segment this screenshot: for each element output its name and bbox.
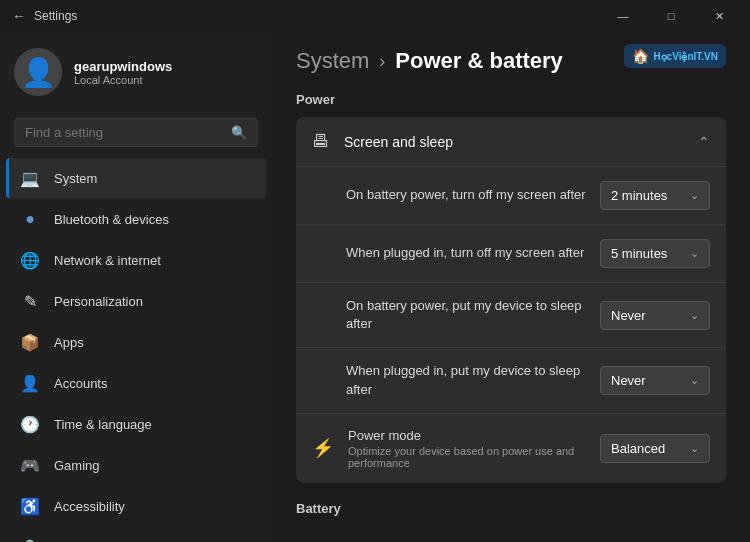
maximize-button[interactable]: □ xyxy=(648,0,694,32)
plugged-sleep-dropdown[interactable]: Never ⌄ xyxy=(600,366,710,395)
sidebar-item-gaming[interactable]: 🎮 Gaming xyxy=(6,445,266,485)
setting-control: Never ⌄ xyxy=(600,366,710,395)
power-section-label: Power xyxy=(296,92,726,107)
battery-screen-dropdown[interactable]: 2 minutes ⌄ xyxy=(600,181,710,210)
breadcrumb-parent: System xyxy=(296,48,369,74)
setting-row-battery-screen: On battery power, turn off my screen aft… xyxy=(296,166,726,224)
personalization-icon: ✎ xyxy=(20,291,40,311)
sidebar-item-network[interactable]: 🌐 Network & internet xyxy=(6,240,266,280)
sidebar-item-label: Accessibility xyxy=(54,499,125,514)
privacy-icon: 🔒 xyxy=(20,537,40,542)
sidebar-item-privacy[interactable]: 🔒 Privacy & security xyxy=(6,527,266,542)
setting-label: On battery power, turn off my screen aft… xyxy=(346,186,586,204)
network-icon: 🌐 xyxy=(20,250,40,270)
sidebar-item-label: System xyxy=(54,171,97,186)
system-icon: 💻 xyxy=(20,168,40,188)
setting-control: 2 minutes ⌄ xyxy=(600,181,710,210)
screen-sleep-card: 🖶 Screen and sleep ⌃ On battery power, t… xyxy=(296,117,726,483)
breadcrumb-separator: › xyxy=(379,51,385,72)
user-profile: 👤 gearupwindows Local Account xyxy=(0,32,272,112)
app-body: 👤 gearupwindows Local Account 🔍 💻 System… xyxy=(0,32,750,542)
dropdown-value: 5 minutes xyxy=(611,246,680,261)
watermark: 🏠 HọcViệnIT.VN xyxy=(624,44,726,68)
sidebar-item-apps[interactable]: 📦 Apps xyxy=(6,322,266,362)
bluetooth-icon: ● xyxy=(20,209,40,229)
avatar: 👤 xyxy=(14,48,62,96)
chevron-down-icon: ⌄ xyxy=(690,189,699,202)
screen-sleep-title: Screen and sleep xyxy=(344,134,684,150)
power-mode-text: Power mode Optimize your device based on… xyxy=(348,428,600,469)
chevron-down-icon: ⌄ xyxy=(690,309,699,322)
setting-control: 5 minutes ⌄ xyxy=(600,239,710,268)
setting-label: On battery power, put my device to sleep… xyxy=(346,297,600,333)
sidebar-item-label: Network & internet xyxy=(54,253,161,268)
minimize-button[interactable]: — xyxy=(600,0,646,32)
dropdown-value: Balanced xyxy=(611,441,680,456)
titlebar-controls: — □ ✕ xyxy=(600,0,742,32)
sidebar-item-bluetooth[interactable]: ● Bluetooth & devices xyxy=(6,199,266,239)
sidebar-item-label: Apps xyxy=(54,335,84,350)
chevron-down-icon: ⌄ xyxy=(690,374,699,387)
sidebar-item-accounts[interactable]: 👤 Accounts xyxy=(6,363,266,403)
breadcrumb-current: Power & battery xyxy=(395,48,563,74)
dropdown-value: Never xyxy=(611,373,680,388)
breadcrumb: System › Power & battery 🏠 HọcViệnIT.VN xyxy=(296,48,726,74)
setting-row-plugged-sleep: When plugged in, put my device to sleep … xyxy=(296,347,726,412)
titlebar-title: Settings xyxy=(34,9,77,23)
sidebar-nav: 💻 System ● Bluetooth & devices 🌐 Network… xyxy=(0,157,272,542)
screen-icon: 🖶 xyxy=(312,131,330,152)
search-icon: 🔍 xyxy=(231,125,247,140)
sidebar-item-label: Personalization xyxy=(54,294,143,309)
sidebar: 👤 gearupwindows Local Account 🔍 💻 System… xyxy=(0,32,272,542)
dropdown-value: Never xyxy=(611,308,680,323)
power-mode-description: Optimize your device based on power use … xyxy=(348,445,600,469)
user-type: Local Account xyxy=(74,74,172,86)
chevron-down-icon: ⌄ xyxy=(690,247,699,260)
close-button[interactable]: ✕ xyxy=(696,0,742,32)
username: gearupwindows xyxy=(74,59,172,74)
setting-label: When plugged in, put my device to sleep … xyxy=(346,362,600,398)
time-icon: 🕐 xyxy=(20,414,40,434)
apps-icon: 📦 xyxy=(20,332,40,352)
search-container: 🔍 xyxy=(0,112,272,157)
power-mode-control: Balanced ⌄ xyxy=(600,434,710,463)
watermark-text: HọcViệnIT.VN xyxy=(653,51,718,62)
titlebar: ← Settings — □ ✕ xyxy=(0,0,750,32)
sidebar-item-label: Gaming xyxy=(54,458,100,473)
chevron-down-icon: ⌄ xyxy=(690,442,699,455)
power-mode-dropdown[interactable]: Balanced ⌄ xyxy=(600,434,710,463)
sidebar-item-time[interactable]: 🕐 Time & language xyxy=(6,404,266,444)
setting-row-battery-sleep: On battery power, put my device to sleep… xyxy=(296,282,726,347)
power-mode-icon: ⚡ xyxy=(312,437,334,459)
sidebar-item-label: Accounts xyxy=(54,376,107,391)
avatar-icon: 👤 xyxy=(21,56,56,89)
search-input[interactable] xyxy=(25,125,223,140)
chevron-up-icon: ⌃ xyxy=(698,134,710,150)
power-mode-row: ⚡ Power mode Optimize your device based … xyxy=(296,413,726,483)
titlebar-left: ← Settings xyxy=(12,8,77,24)
gaming-icon: 🎮 xyxy=(20,455,40,475)
sidebar-item-label: Bluetooth & devices xyxy=(54,212,169,227)
sidebar-item-label: Time & language xyxy=(54,417,152,432)
setting-label: When plugged in, turn off my screen afte… xyxy=(346,244,584,262)
back-icon[interactable]: ← xyxy=(12,8,26,24)
screen-sleep-accordion-header[interactable]: 🖶 Screen and sleep ⌃ xyxy=(296,117,726,166)
sidebar-item-system[interactable]: 💻 System xyxy=(6,158,266,198)
battery-sleep-dropdown[interactable]: Never ⌄ xyxy=(600,301,710,330)
content-area: System › Power & battery 🏠 HọcViệnIT.VN … xyxy=(272,32,750,542)
sidebar-item-accessibility[interactable]: ♿ Accessibility xyxy=(6,486,266,526)
battery-section-label: Battery xyxy=(296,493,726,520)
dropdown-value: 2 minutes xyxy=(611,188,680,203)
setting-row-plugged-screen: When plugged in, turn off my screen afte… xyxy=(296,224,726,282)
search-box[interactable]: 🔍 xyxy=(14,118,258,147)
accounts-icon: 👤 xyxy=(20,373,40,393)
setting-control: Never ⌄ xyxy=(600,301,710,330)
accessibility-icon: ♿ xyxy=(20,496,40,516)
power-mode-title: Power mode xyxy=(348,428,600,443)
sidebar-item-personalization[interactable]: ✎ Personalization xyxy=(6,281,266,321)
plugged-screen-dropdown[interactable]: 5 minutes ⌄ xyxy=(600,239,710,268)
watermark-house-icon: 🏠 xyxy=(632,48,649,64)
power-mode-left: ⚡ Power mode Optimize your device based … xyxy=(312,428,600,469)
user-info: gearupwindows Local Account xyxy=(74,59,172,86)
